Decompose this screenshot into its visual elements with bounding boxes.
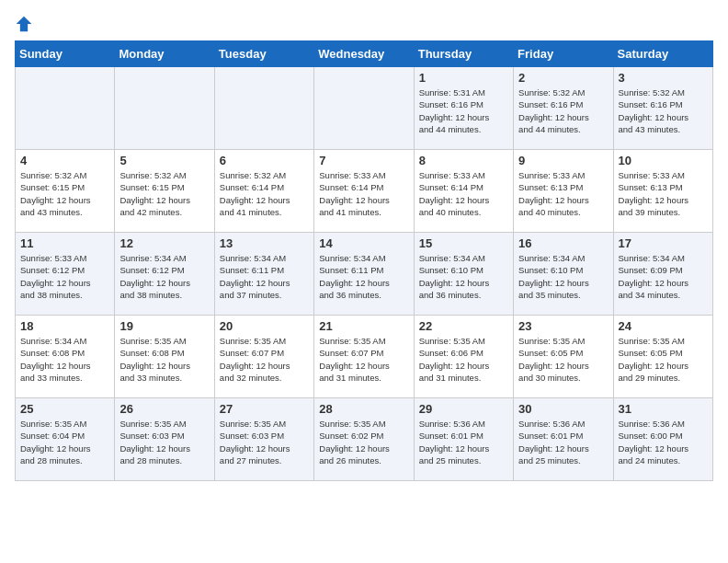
- calendar-cell: 15Sunrise: 5:34 AM Sunset: 6:10 PM Dayli…: [414, 233, 513, 316]
- calendar-cell: 1Sunrise: 5:31 AM Sunset: 6:16 PM Daylig…: [414, 67, 513, 150]
- day-number: 2: [518, 71, 608, 85]
- calendar-cell: 30Sunrise: 5:36 AM Sunset: 6:01 PM Dayli…: [514, 398, 613, 481]
- day-info: Sunrise: 5:32 AM Sunset: 6:16 PM Dayligh…: [619, 86, 708, 135]
- day-number: 17: [619, 236, 708, 250]
- day-info: Sunrise: 5:33 AM Sunset: 6:13 PM Dayligh…: [518, 169, 608, 218]
- day-info: Sunrise: 5:35 AM Sunset: 6:02 PM Dayligh…: [319, 418, 408, 466]
- calendar-cell: [314, 67, 414, 150]
- day-info: Sunrise: 5:36 AM Sunset: 6:01 PM Dayligh…: [518, 418, 608, 466]
- calendar-cell: [16, 67, 115, 150]
- day-info: Sunrise: 5:35 AM Sunset: 6:03 PM Dayligh…: [220, 418, 309, 466]
- day-info: Sunrise: 5:32 AM Sunset: 6:15 PM Dayligh…: [119, 169, 209, 218]
- day-number: 8: [419, 154, 508, 167]
- weekday-header-friday: Friday: [514, 41, 613, 67]
- calendar-cell: 13Sunrise: 5:34 AM Sunset: 6:11 PM Dayli…: [214, 233, 313, 316]
- calendar-cell: 10Sunrise: 5:33 AM Sunset: 6:13 PM Dayli…: [613, 150, 712, 233]
- day-info: Sunrise: 5:35 AM Sunset: 6:06 PM Dayligh…: [419, 335, 508, 384]
- day-number: 20: [220, 319, 309, 333]
- weekday-header-row: SundayMondayTuesdayWednesdayThursdayFrid…: [16, 41, 713, 67]
- calendar-cell: 21Sunrise: 5:35 AM Sunset: 6:07 PM Dayli…: [314, 316, 414, 398]
- day-number: 4: [20, 154, 109, 167]
- calendar-week-row: 25Sunrise: 5:35 AM Sunset: 6:04 PM Dayli…: [16, 398, 713, 481]
- calendar-cell: 4Sunrise: 5:32 AM Sunset: 6:15 PM Daylig…: [16, 150, 115, 233]
- day-info: Sunrise: 5:34 AM Sunset: 6:11 PM Dayligh…: [319, 252, 408, 301]
- day-number: 28: [319, 402, 408, 416]
- day-info: Sunrise: 5:32 AM Sunset: 6:14 PM Dayligh…: [220, 169, 309, 218]
- calendar-cell: 26Sunrise: 5:35 AM Sunset: 6:03 PM Dayli…: [115, 398, 214, 481]
- day-number: 19: [119, 319, 209, 333]
- day-info: Sunrise: 5:31 AM Sunset: 6:16 PM Dayligh…: [419, 86, 508, 135]
- calendar-header: [15, 15, 713, 33]
- day-info: Sunrise: 5:35 AM Sunset: 6:05 PM Dayligh…: [619, 335, 708, 384]
- day-number: 24: [619, 319, 708, 333]
- calendar-cell: 19Sunrise: 5:35 AM Sunset: 6:08 PM Dayli…: [115, 316, 214, 398]
- day-info: Sunrise: 5:34 AM Sunset: 6:10 PM Dayligh…: [518, 252, 608, 301]
- calendar-cell: 16Sunrise: 5:34 AM Sunset: 6:10 PM Dayli…: [514, 233, 613, 316]
- day-number: 1: [419, 71, 508, 85]
- day-info: Sunrise: 5:36 AM Sunset: 6:00 PM Dayligh…: [619, 418, 708, 466]
- weekday-header-sunday: Sunday: [16, 41, 115, 67]
- day-number: 21: [319, 319, 408, 333]
- weekday-header-monday: Monday: [115, 41, 214, 67]
- calendar-cell: 29Sunrise: 5:36 AM Sunset: 6:01 PM Dayli…: [414, 398, 513, 481]
- day-info: Sunrise: 5:36 AM Sunset: 6:01 PM Dayligh…: [419, 418, 508, 466]
- day-info: Sunrise: 5:35 AM Sunset: 6:04 PM Dayligh…: [20, 418, 109, 466]
- calendar-cell: 6Sunrise: 5:32 AM Sunset: 6:14 PM Daylig…: [214, 150, 313, 233]
- day-info: Sunrise: 5:34 AM Sunset: 6:11 PM Dayligh…: [220, 252, 309, 301]
- svg-marker-0: [17, 17, 32, 32]
- day-number: 23: [518, 319, 608, 333]
- calendar-week-row: 18Sunrise: 5:34 AM Sunset: 6:08 PM Dayli…: [16, 316, 713, 398]
- day-number: 25: [20, 402, 109, 416]
- day-number: 29: [419, 402, 508, 416]
- day-number: 31: [619, 402, 708, 416]
- day-info: Sunrise: 5:35 AM Sunset: 6:03 PM Dayligh…: [119, 418, 209, 466]
- calendar-cell: 28Sunrise: 5:35 AM Sunset: 6:02 PM Dayli…: [314, 398, 414, 481]
- weekday-header-wednesday: Wednesday: [314, 41, 414, 67]
- day-info: Sunrise: 5:33 AM Sunset: 6:14 PM Dayligh…: [419, 169, 508, 218]
- calendar-cell: 24Sunrise: 5:35 AM Sunset: 6:05 PM Dayli…: [613, 316, 712, 398]
- calendar-cell: [214, 67, 313, 150]
- day-number: 10: [619, 154, 708, 167]
- calendar-week-row: 11Sunrise: 5:33 AM Sunset: 6:12 PM Dayli…: [16, 233, 713, 316]
- calendar-cell: 7Sunrise: 5:33 AM Sunset: 6:14 PM Daylig…: [314, 150, 414, 233]
- day-number: 22: [419, 319, 508, 333]
- day-number: 6: [220, 154, 309, 167]
- day-info: Sunrise: 5:35 AM Sunset: 6:08 PM Dayligh…: [119, 335, 209, 384]
- day-number: 30: [518, 402, 608, 416]
- calendar-week-row: 4Sunrise: 5:32 AM Sunset: 6:15 PM Daylig…: [16, 150, 713, 233]
- calendar-cell: 5Sunrise: 5:32 AM Sunset: 6:15 PM Daylig…: [115, 150, 214, 233]
- day-number: 16: [518, 236, 608, 250]
- day-info: Sunrise: 5:33 AM Sunset: 6:14 PM Dayligh…: [319, 169, 408, 218]
- day-number: 3: [619, 71, 708, 85]
- day-info: Sunrise: 5:35 AM Sunset: 6:05 PM Dayligh…: [518, 335, 608, 384]
- weekday-header-tuesday: Tuesday: [214, 41, 313, 67]
- calendar-cell: 20Sunrise: 5:35 AM Sunset: 6:07 PM Dayli…: [214, 316, 313, 398]
- calendar-cell: 17Sunrise: 5:34 AM Sunset: 6:09 PM Dayli…: [613, 233, 712, 316]
- day-number: 14: [319, 236, 408, 250]
- weekday-header-thursday: Thursday: [414, 41, 513, 67]
- calendar-cell: 31Sunrise: 5:36 AM Sunset: 6:00 PM Dayli…: [613, 398, 712, 481]
- calendar-cell: 8Sunrise: 5:33 AM Sunset: 6:14 PM Daylig…: [414, 150, 513, 233]
- day-info: Sunrise: 5:32 AM Sunset: 6:16 PM Dayligh…: [518, 86, 608, 135]
- calendar-table: SundayMondayTuesdayWednesdayThursdayFrid…: [15, 40, 713, 481]
- day-number: 27: [220, 402, 309, 416]
- day-number: 15: [419, 236, 508, 250]
- day-number: 11: [20, 236, 109, 250]
- calendar-cell: 9Sunrise: 5:33 AM Sunset: 6:13 PM Daylig…: [514, 150, 613, 233]
- calendar-cell: 14Sunrise: 5:34 AM Sunset: 6:11 PM Dayli…: [314, 233, 414, 316]
- calendar-cell: 25Sunrise: 5:35 AM Sunset: 6:04 PM Dayli…: [16, 398, 115, 481]
- calendar-cell: 27Sunrise: 5:35 AM Sunset: 6:03 PM Dayli…: [214, 398, 313, 481]
- weekday-header-saturday: Saturday: [613, 41, 712, 67]
- day-number: 9: [518, 154, 608, 167]
- day-number: 18: [20, 319, 109, 333]
- calendar-cell: 2Sunrise: 5:32 AM Sunset: 6:16 PM Daylig…: [514, 67, 613, 150]
- day-info: Sunrise: 5:33 AM Sunset: 6:12 PM Dayligh…: [20, 252, 109, 301]
- logo: [15, 15, 37, 33]
- calendar-cell: [115, 67, 214, 150]
- calendar-cell: 22Sunrise: 5:35 AM Sunset: 6:06 PM Dayli…: [414, 316, 513, 398]
- day-info: Sunrise: 5:35 AM Sunset: 6:07 PM Dayligh…: [319, 335, 408, 384]
- calendar-cell: 3Sunrise: 5:32 AM Sunset: 6:16 PM Daylig…: [613, 67, 712, 150]
- day-number: 13: [220, 236, 309, 250]
- calendar-cell: 11Sunrise: 5:33 AM Sunset: 6:12 PM Dayli…: [16, 233, 115, 316]
- day-info: Sunrise: 5:34 AM Sunset: 6:09 PM Dayligh…: [619, 252, 708, 301]
